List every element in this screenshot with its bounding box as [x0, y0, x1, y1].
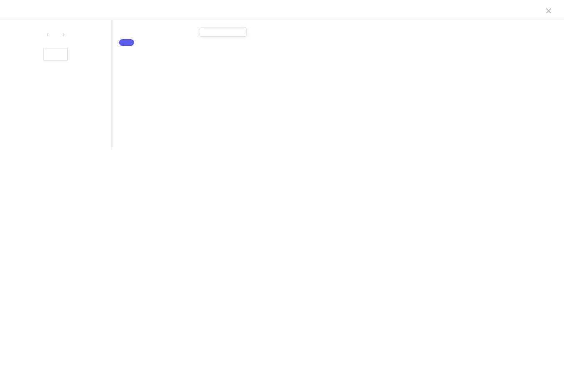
content-area [112, 20, 564, 149]
chevron-right-icon[interactable]: › [62, 30, 65, 39]
chart-svg [188, 28, 564, 136]
chart-tooltip [200, 28, 246, 37]
modal-header: ✕ [0, 0, 564, 20]
chart [188, 28, 564, 136]
footer-totals [112, 136, 564, 149]
close-icon[interactable]: ✕ [545, 6, 552, 17]
chevron-left-icon[interactable]: ‹ [46, 30, 49, 39]
total-sales [43, 48, 68, 61]
sidebar: ‹ › [0, 20, 112, 149]
date-nav: ‹ › [10, 30, 101, 39]
add-shift-button[interactable] [119, 39, 134, 46]
